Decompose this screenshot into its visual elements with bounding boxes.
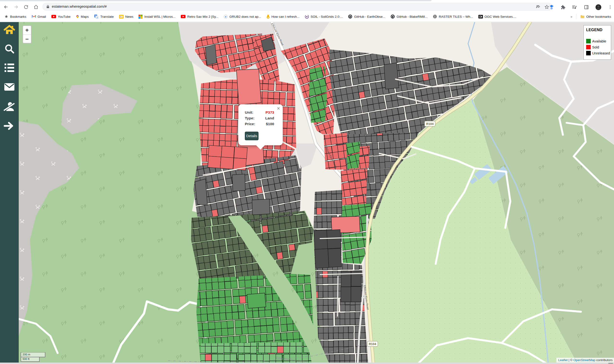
svg-text:G: G [120,16,121,18]
svg-text:文: 文 [96,16,98,18]
svg-text:R104: R104 [369,342,376,346]
svg-text:R104: R104 [426,122,434,126]
